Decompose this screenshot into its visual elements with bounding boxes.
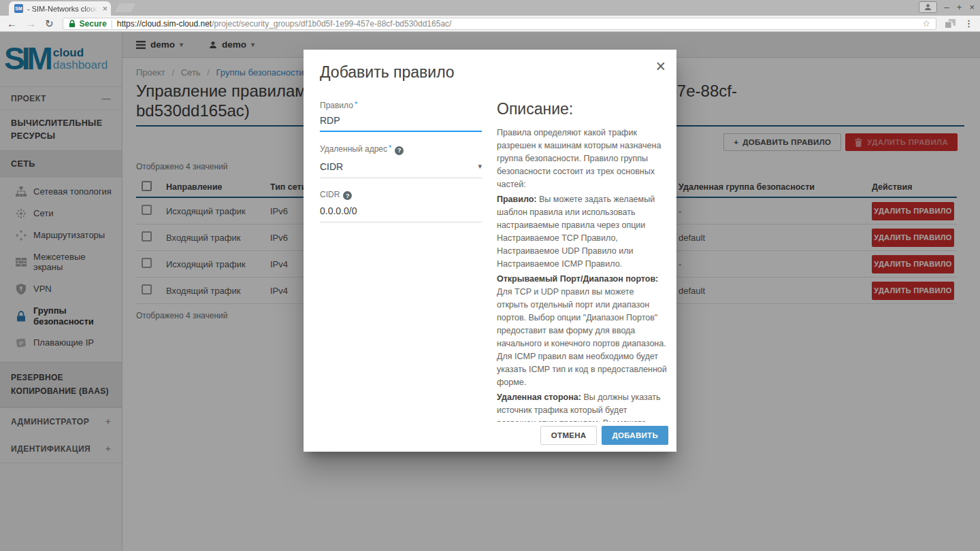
window-maximize-button[interactable]: + <box>957 3 962 12</box>
modal-title: Добавить правило <box>320 63 660 82</box>
rule-description: Описание: Правила определяют какой трафи… <box>497 100 668 422</box>
cidr-input[interactable] <box>320 201 482 222</box>
favicon: SM <box>14 4 23 13</box>
required-asterisk: * <box>355 100 357 108</box>
person-icon <box>924 3 932 11</box>
cancel-button[interactable]: ОТМЕНА <box>540 426 598 445</box>
submit-button[interactable]: ДОБАВИТЬ <box>602 426 668 445</box>
url-path: /project/security_groups/df1b0d5f-1e99-4… <box>212 19 451 29</box>
page: SIM cloud dashboard ПРОЕКТ — ВЫЧИСЛИТЕЛЬ… <box>0 32 980 551</box>
description-heading: Описание: <box>497 100 667 118</box>
help-icon[interactable]: ? <box>395 146 404 155</box>
new-tab-button[interactable] <box>115 3 136 12</box>
secure-label[interactable]: Secure <box>80 19 107 29</box>
help-icon[interactable]: ? <box>343 191 352 200</box>
rule-field-label: Правило* <box>320 100 482 110</box>
screen: SM - SIM-Networks cloud m × – + × ← → ↻ … <box>0 0 980 551</box>
remote-field-label: Удаленный адрес*? <box>320 144 482 155</box>
rule-input[interactable] <box>320 111 482 132</box>
tab-close-icon[interactable]: × <box>102 4 108 13</box>
address-bar[interactable]: Secure | https://cloud.sim-cloud.net/pro… <box>63 18 936 30</box>
browser-toolbar: ← → ↻ Secure | https://cloud.sim-cloud.n… <box>0 16 980 32</box>
add-rule-modal: Добавить правило × Правило* Удаленный ад… <box>304 50 676 452</box>
rule-form: Правило* Удаленный адрес*? CIDR ▾ CIDR? <box>320 100 482 422</box>
browser-titlebar: SM - SIM-Networks cloud m × – + × <box>0 0 980 16</box>
remote-select[interactable]: CIDR ▾ <box>320 156 482 178</box>
tab-title: - SIM-Networks cloud m <box>27 5 98 13</box>
browser-tab[interactable]: SM - SIM-Networks cloud m × <box>9 1 111 16</box>
url-host: https://cloud.sim-cloud.net <box>117 19 212 29</box>
forward-icon: → <box>26 18 36 29</box>
window-minimize-button[interactable]: – <box>945 3 949 12</box>
browser-menu-icon[interactable]: ⋮ <box>964 18 973 29</box>
url-text[interactable]: https://cloud.sim-cloud.net/project/secu… <box>117 19 919 29</box>
chevron-down-icon: ▾ <box>478 162 482 171</box>
padlock-icon <box>69 20 76 28</box>
required-asterisk: * <box>389 144 391 152</box>
window-close-button[interactable]: × <box>969 3 975 12</box>
profile-button[interactable] <box>919 1 937 13</box>
close-icon[interactable]: × <box>655 58 666 75</box>
reload-icon[interactable]: ↻ <box>45 18 54 29</box>
cidr-field-label: CIDR? <box>320 190 482 201</box>
window-restore-icon[interactable] <box>945 19 956 28</box>
back-icon[interactable]: ← <box>7 18 17 29</box>
bookmark-star-icon[interactable]: ☆ <box>922 18 930 29</box>
